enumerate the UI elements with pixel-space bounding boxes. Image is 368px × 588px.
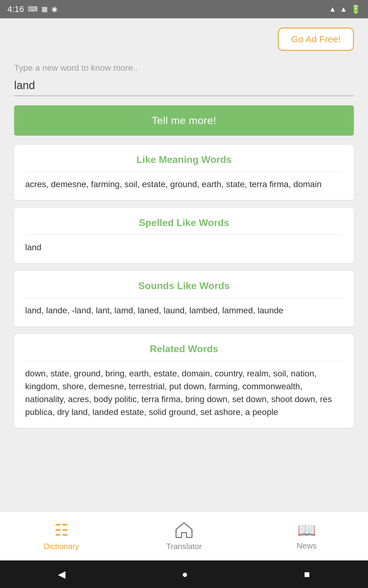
bottom-nav: ☷ Dictionary Translator 📖 News bbox=[0, 511, 368, 560]
sounds-like-title: Sounds Like Words bbox=[25, 280, 343, 292]
recent-button[interactable]: ■ bbox=[304, 569, 310, 580]
like-meaning-title: Like Meaning Words bbox=[25, 154, 343, 165]
home-button[interactable]: ● bbox=[182, 569, 188, 580]
status-bar-left: 4:16 ⌨ ▦ ◉ bbox=[7, 4, 57, 14]
spelled-like-title: Spelled Like Words bbox=[25, 217, 343, 228]
translator-icon bbox=[175, 521, 193, 539]
sounds-like-card: Sounds Like Words land, lande, -land, la… bbox=[14, 271, 354, 326]
headphone-icon: ◉ bbox=[52, 5, 57, 13]
search-label: Type a new word to know more.. bbox=[14, 63, 354, 73]
status-bar: 4:16 ⌨ ▦ ◉ ▲ ▲ 🔋 bbox=[0, 0, 368, 18]
news-icon: 📖 bbox=[297, 522, 316, 539]
back-button[interactable]: ◀ bbox=[58, 568, 66, 580]
wifi-icon: ▲ bbox=[329, 5, 336, 13]
news-label: News bbox=[297, 541, 316, 551]
related-words-card: Related Words down, state, ground, bring… bbox=[14, 334, 354, 428]
nav-item-translator[interactable]: Translator bbox=[153, 521, 215, 551]
keyboard-icon: ⌨ bbox=[28, 5, 38, 13]
like-meaning-card: Like Meaning Words acres, demesne, farmi… bbox=[14, 145, 354, 200]
nav-item-dictionary[interactable]: ☷ Dictionary bbox=[31, 521, 92, 551]
spelled-like-card: Spelled Like Words land bbox=[14, 208, 354, 263]
time-display: 4:16 bbox=[7, 4, 24, 14]
related-words-divider bbox=[25, 361, 343, 361]
ad-free-container: Go Ad Free! bbox=[14, 28, 354, 51]
search-section: Type a new word to know more.. bbox=[14, 63, 354, 96]
signal-icon: ▲ bbox=[340, 5, 347, 13]
sim-icon: ▦ bbox=[41, 5, 48, 13]
spelled-like-divider bbox=[25, 235, 343, 235]
like-meaning-content: acres, demesne, farming, soil, estate, g… bbox=[25, 178, 343, 191]
nav-item-news[interactable]: 📖 News bbox=[276, 522, 337, 551]
ad-free-button[interactable]: Go Ad Free! bbox=[278, 28, 354, 51]
dictionary-icon: ☷ bbox=[54, 521, 69, 539]
search-input[interactable] bbox=[14, 77, 354, 96]
sounds-like-divider bbox=[25, 298, 343, 298]
sounds-like-content: land, lande, -land, lant, lamd, laned, l… bbox=[25, 304, 343, 317]
tell-more-button[interactable]: Tell me more! bbox=[14, 105, 354, 136]
status-bar-right: ▲ ▲ 🔋 bbox=[329, 5, 361, 14]
android-nav-bar: ◀ ● ■ bbox=[0, 560, 368, 588]
main-content: Go Ad Free! Type a new word to know more… bbox=[0, 18, 368, 511]
related-words-title: Related Words bbox=[25, 343, 343, 355]
related-words-content: down, state, ground, bring, earth, estat… bbox=[25, 367, 343, 419]
battery-icon: 🔋 bbox=[351, 5, 361, 14]
translator-label: Translator bbox=[166, 542, 202, 551]
like-meaning-divider bbox=[25, 172, 343, 172]
spelled-like-content: land bbox=[25, 241, 343, 254]
dictionary-label: Dictionary bbox=[44, 542, 79, 551]
